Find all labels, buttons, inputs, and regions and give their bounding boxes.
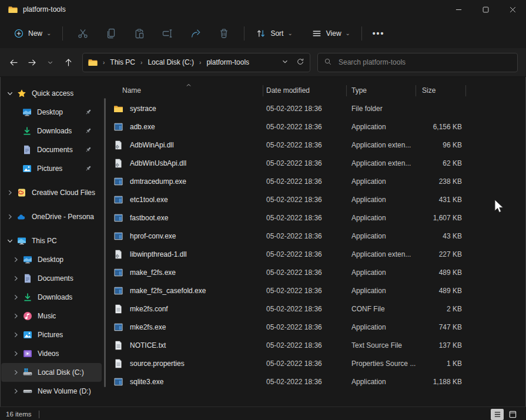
- sidebar-section-quick-access[interactable]: Quick access: [1, 84, 102, 103]
- column-separator[interactable]: [416, 85, 416, 96]
- videos-icon: [23, 349, 32, 358]
- sort-icon: [256, 28, 266, 39]
- sidebar-item-documents[interactable]: Documents: [1, 140, 102, 159]
- file-date-modified: 05-02-2022 18:36: [263, 123, 346, 131]
- sidebar-item-pictures[interactable]: Pictures: [1, 159, 102, 178]
- file-row-adbwinapi-dll[interactable]: AdbWinApi.dll05-02-2022 18:36Application…: [108, 136, 526, 154]
- delete-button[interactable]: [210, 23, 238, 43]
- file-row-make-f2fs-casefold-exe[interactable]: make_f2fs_casefold.exe05-02-2022 18:36Ap…: [108, 281, 526, 300]
- column-header-type[interactable]: Type: [346, 86, 416, 95]
- sidebar-item-new-volume-d[interactable]: New Volume (D:): [1, 382, 102, 401]
- file-size: 1,188 KB: [416, 378, 465, 386]
- more-options-button[interactable]: •••: [368, 23, 389, 43]
- breadcrumb-this-pc[interactable]: This PC: [110, 58, 135, 66]
- file-row-notice-txt[interactable]: NOTICE.txt05-02-2022 18:36Text Source Fi…: [108, 336, 526, 354]
- maximize-button[interactable]: [472, 0, 499, 19]
- address-dropdown-chevron-icon[interactable]: [281, 58, 289, 68]
- column-separator[interactable]: [346, 85, 347, 96]
- breadcrumb-local-disk-c[interactable]: Local Disk (C:): [148, 58, 194, 66]
- sidebar-section-creative-cloud-files[interactable]: Creative Cloud Files: [1, 183, 102, 202]
- sidebar-item-local-disk-c[interactable]: Local Disk (C:): [1, 363, 102, 382]
- exe-icon: [113, 286, 123, 295]
- back-button[interactable]: [5, 53, 23, 72]
- file-name: make_f2fs_casefold.exe: [130, 287, 206, 295]
- file-row-systrace[interactable]: systrace05-02-2022 18:36File folder: [108, 99, 526, 117]
- file-type: Application: [346, 232, 416, 240]
- file-date-modified: 05-02-2022 18:36: [263, 341, 346, 350]
- folder-icon: [113, 104, 123, 113]
- file-row-sqlite3-exe[interactable]: sqlite3.exe05-02-2022 18:36Application1,…: [108, 372, 526, 391]
- forward-button[interactable]: [23, 53, 41, 72]
- sidebar-item-downloads[interactable]: Downloads: [1, 122, 102, 140]
- sidebar-item-label: Documents: [37, 146, 73, 154]
- exe-icon: [113, 322, 123, 332]
- file-date-modified: 05-02-2022 18:36: [263, 287, 346, 295]
- chevron-down-icon: ⌄: [346, 31, 350, 36]
- file-row-mke2fs-conf[interactable]: mke2fs.conf05-02-2022 18:36CONF File2 KB: [108, 300, 526, 318]
- file-row-fastboot-exe[interactable]: fastboot.exe05-02-2022 18:36Application1…: [108, 209, 526, 227]
- details-view-button[interactable]: [491, 409, 504, 420]
- desktop-icon: [23, 255, 32, 264]
- file-date-modified: 05-02-2022 18:36: [263, 305, 346, 313]
- exe-icon: [113, 213, 123, 223]
- file-row-etc1tool-exe[interactable]: etc1tool.exe05-02-2022 18:36Application4…: [108, 190, 526, 209]
- sidebar-item-pictures[interactable]: Pictures: [1, 325, 102, 344]
- view-button[interactable]: View ⌄: [306, 23, 356, 43]
- large-icons-view-button[interactable]: [506, 409, 519, 420]
- file-row-make-f2fs-exe[interactable]: make_f2fs.exe05-02-2022 18:36Application…: [108, 263, 526, 281]
- minimize-button[interactable]: [445, 0, 472, 19]
- star-icon: [17, 89, 26, 98]
- chevron-down-icon: [6, 89, 14, 98]
- file-row-adb-exe[interactable]: adb.exe05-02-2022 18:36Application6,156 …: [108, 117, 526, 136]
- search-input[interactable]: [337, 58, 511, 67]
- sort-button[interactable]: Sort ⌄: [250, 23, 297, 43]
- share-button[interactable]: [182, 23, 210, 43]
- file-row-source-properties[interactable]: source.properties05-02-2022 18:36Propert…: [108, 354, 526, 372]
- cut-button[interactable]: [69, 23, 97, 43]
- file-date-modified: 05-02-2022 18:36: [263, 141, 346, 149]
- column-header-date-modified[interactable]: Date modified: [263, 86, 346, 95]
- sidebar-item-downloads[interactable]: Downloads: [1, 288, 102, 307]
- address-bar[interactable]: › This PC › Local Disk (C:) › platform-t…: [82, 53, 310, 72]
- statusbar-separator: [39, 411, 39, 418]
- column-separator[interactable]: [263, 85, 263, 96]
- column-header-size[interactable]: Size: [416, 86, 465, 95]
- chevron-down-icon: ⌄: [46, 31, 51, 36]
- recent-locations-button[interactable]: [41, 53, 59, 72]
- copy-button[interactable]: [97, 23, 125, 43]
- paste-button[interactable]: [125, 23, 153, 43]
- file-row-libwinpthread-1-dll[interactable]: libwinpthread-1.dll05-02-2022 18:36Appli…: [108, 245, 526, 263]
- file-name: mke2fs.exe: [130, 323, 166, 331]
- new-button[interactable]: New ⌄: [8, 23, 56, 43]
- rename-button[interactable]: [153, 23, 182, 43]
- file-size: 489 KB: [416, 287, 465, 295]
- sidebar-item-desktop[interactable]: Desktop: [1, 250, 102, 269]
- sidebar-item-music[interactable]: Music: [1, 307, 102, 325]
- breadcrumb-platform-tools[interactable]: platform-tools: [206, 58, 249, 66]
- dll-icon: [113, 250, 123, 259]
- refresh-icon[interactable]: [296, 58, 304, 68]
- file-name: mke2fs.conf: [130, 305, 168, 313]
- file-name: libwinpthread-1.dll: [130, 250, 187, 258]
- file-list-pane: NameDate modifiedTypeSize systrace05-02-…: [108, 77, 526, 406]
- chevron-right-icon: [12, 274, 20, 283]
- search-box[interactable]: [317, 53, 518, 72]
- sidebar-item-documents[interactable]: Documents: [1, 269, 102, 288]
- sidebar-item-label: Desktop: [38, 256, 63, 264]
- sidebar-item-videos[interactable]: Videos: [1, 344, 102, 363]
- sidebar-item-desktop[interactable]: Desktop: [1, 103, 102, 122]
- sidebar-section-onedrive-persona[interactable]: OneDrive - Persona: [1, 207, 102, 226]
- sidebar-section-this-pc[interactable]: This PC: [1, 231, 102, 250]
- close-button[interactable]: [499, 0, 526, 19]
- sidebar-scrollbar[interactable]: [104, 98, 106, 387]
- file-row-mke2fs-exe[interactable]: mke2fs.exe05-02-2022 18:36Application747…: [108, 318, 526, 336]
- file-row-hprof-conv-exe[interactable]: hprof-conv.exe05-02-2022 18:36Applicatio…: [108, 227, 526, 245]
- file-date-modified: 05-02-2022 18:36: [263, 268, 346, 277]
- file-row-dmtracedump-exe[interactable]: dmtracedump.exe05-02-2022 18:36Applicati…: [108, 172, 526, 190]
- plus-circle-icon: [14, 28, 24, 39]
- paste-icon: [133, 28, 145, 39]
- column-separator[interactable]: [465, 85, 466, 96]
- file-row-adbwinusbapi-dll[interactable]: AdbWinUsbApi.dll05-02-2022 18:36Applicat…: [108, 154, 526, 172]
- up-button[interactable]: [59, 53, 78, 72]
- dll-icon: [113, 159, 123, 168]
